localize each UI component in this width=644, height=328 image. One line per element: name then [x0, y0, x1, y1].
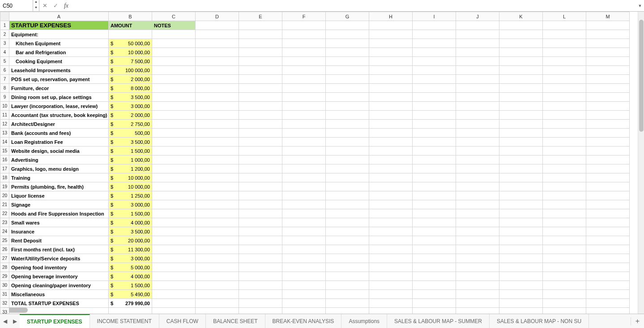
cell[interactable]	[196, 218, 239, 227]
cell[interactable]	[282, 102, 326, 111]
cell[interactable]	[586, 48, 630, 57]
cell[interactable]	[456, 102, 499, 111]
expense-notes[interactable]	[152, 173, 196, 182]
expense-amount[interactable]: $10 000,00	[109, 173, 152, 182]
cell[interactable]	[543, 39, 586, 48]
cell[interactable]	[196, 173, 239, 182]
cell[interactable]	[456, 173, 499, 182]
header-amount[interactable]: AMOUNT	[109, 21, 152, 30]
cell[interactable]	[456, 66, 499, 75]
cell[interactable]	[239, 209, 282, 218]
expense-notes[interactable]	[152, 147, 196, 155]
cell[interactable]	[499, 155, 543, 164]
expense-amount[interactable]: $3 000,00	[109, 254, 152, 263]
cell[interactable]	[196, 75, 239, 84]
cell[interactable]	[586, 281, 630, 290]
cell[interactable]	[543, 218, 586, 227]
cell[interactable]	[369, 218, 413, 227]
cell[interactable]	[239, 308, 282, 314]
cell[interactable]	[239, 173, 282, 182]
cell[interactable]	[543, 308, 586, 314]
cell[interactable]	[282, 75, 326, 84]
cell[interactable]	[499, 272, 543, 281]
expense-notes[interactable]	[152, 93, 196, 102]
row-header-17[interactable]: 17	[0, 164, 9, 173]
cell[interactable]	[369, 200, 413, 209]
formula-expand-icon[interactable]: ▼	[636, 4, 644, 8]
cell[interactable]	[499, 164, 543, 173]
expense-label[interactable]: Advertising	[9, 155, 109, 164]
cell[interactable]	[282, 93, 326, 102]
cell[interactable]	[586, 254, 630, 263]
expense-label[interactable]: Loan Registration Fee	[9, 138, 109, 147]
cell[interactable]	[499, 48, 543, 57]
cell[interactable]	[413, 308, 456, 314]
cell[interactable]	[239, 155, 282, 164]
cell[interactable]	[456, 227, 499, 236]
cell[interactable]	[196, 102, 239, 111]
sheet-tab[interactable]: STARTUP EXPENSES	[20, 314, 90, 328]
cell[interactable]	[586, 218, 630, 227]
cell[interactable]	[543, 272, 586, 281]
cell[interactable]	[196, 290, 239, 299]
column-header-K[interactable]: K	[499, 12, 543, 21]
cell[interactable]	[326, 236, 369, 245]
cell[interactable]	[326, 173, 369, 182]
cell[interactable]	[543, 84, 586, 93]
column-header-G[interactable]: G	[326, 12, 369, 21]
cell[interactable]	[543, 102, 586, 111]
cell[interactable]	[282, 245, 326, 254]
row-header-11[interactable]: 11	[0, 111, 9, 120]
column-header-H[interactable]: H	[369, 12, 413, 21]
cell[interactable]	[282, 120, 326, 129]
cell[interactable]	[196, 245, 239, 254]
expense-notes[interactable]	[152, 236, 196, 245]
cell[interactable]	[369, 272, 413, 281]
row-header-6[interactable]: 6	[0, 66, 9, 75]
column-header-J[interactable]: J	[456, 12, 499, 21]
cell[interactable]	[282, 236, 326, 245]
cell[interactable]	[326, 254, 369, 263]
cell[interactable]	[456, 155, 499, 164]
cell[interactable]	[543, 75, 586, 84]
expense-notes[interactable]	[152, 75, 196, 84]
sheet-tab[interactable]: INCOME STATEMENT	[90, 314, 159, 328]
cell[interactable]	[369, 138, 413, 147]
expense-label[interactable]: Signage	[9, 200, 109, 209]
cell[interactable]	[543, 93, 586, 102]
expense-label[interactable]: Dining room set up, place settings	[9, 93, 109, 102]
row-header-7[interactable]: 7	[0, 75, 9, 84]
cell[interactable]	[282, 281, 326, 290]
cell[interactable]	[456, 75, 499, 84]
cell[interactable]	[196, 263, 239, 272]
tab-prev-icon[interactable]: ◀	[0, 318, 10, 324]
column-header-A[interactable]: A	[9, 12, 109, 21]
column-header-M[interactable]: M	[586, 12, 630, 21]
cell[interactable]	[413, 290, 456, 299]
cell[interactable]	[543, 111, 586, 120]
cell[interactable]	[413, 93, 456, 102]
cell[interactable]	[282, 200, 326, 209]
cell[interactable]	[326, 75, 369, 84]
cell[interactable]	[239, 200, 282, 209]
cell[interactable]	[282, 191, 326, 200]
expense-notes[interactable]	[152, 111, 196, 120]
expense-amount[interactable]: $1 500,00	[109, 281, 152, 290]
sheet-tab[interactable]: SALES & LABOUR MAP - SUMMER	[387, 314, 490, 328]
expense-label[interactable]: Kitchen Equipment	[9, 39, 109, 48]
expense-amount[interactable]: $3 000,00	[109, 102, 152, 111]
cell[interactable]	[196, 236, 239, 245]
expense-label[interactable]: Website design, social media	[9, 147, 109, 155]
cell[interactable]	[586, 164, 630, 173]
column-header-E[interactable]: E	[239, 12, 282, 21]
cell[interactable]	[239, 299, 282, 308]
cell[interactable]	[543, 245, 586, 254]
cell[interactable]	[499, 299, 543, 308]
expense-notes[interactable]	[152, 164, 196, 173]
cell[interactable]	[413, 191, 456, 200]
row-header-23[interactable]: 23	[0, 218, 9, 227]
expense-label[interactable]: Permits (plumbing, fire, health)	[9, 182, 109, 191]
row-header-4[interactable]: 4	[0, 48, 9, 57]
cell[interactable]	[413, 129, 456, 138]
cell[interactable]	[413, 102, 456, 111]
